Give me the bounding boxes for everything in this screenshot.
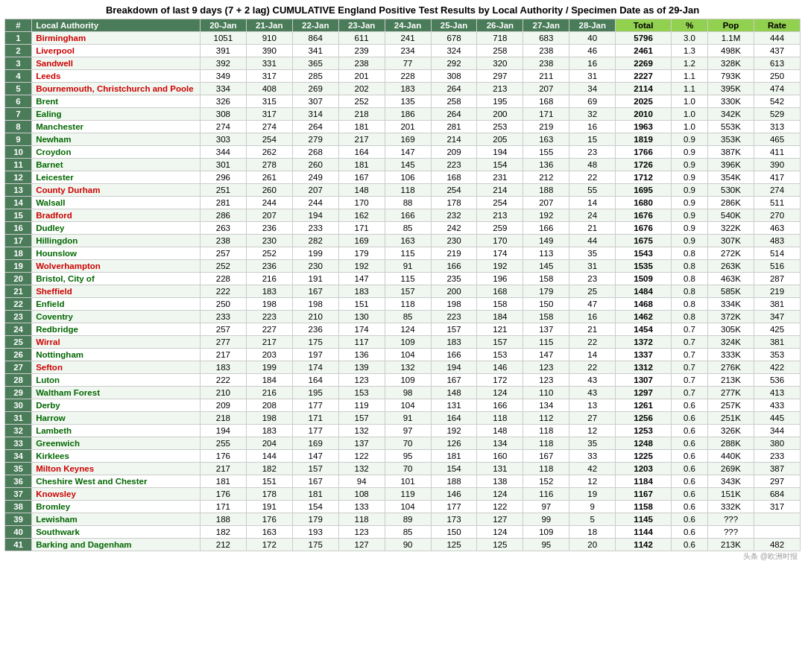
d25-cell: 192 — [431, 425, 477, 437]
table-row: 17Hillingdon2382302821691632301701494416… — [5, 235, 801, 247]
la-name-cell: Lewisham — [32, 513, 201, 526]
d27-cell: 97 — [523, 501, 569, 513]
pct-cell: 0.7 — [672, 323, 708, 336]
total-cell: 2025 — [616, 95, 672, 108]
pop-cell: 213K — [708, 539, 754, 551]
d26-cell: 166 — [477, 399, 523, 412]
pct-cell: 0.6 — [672, 463, 708, 475]
rate-cell: 511 — [754, 197, 800, 209]
d20-cell: 222 — [200, 374, 246, 387]
col-d20: 20-Jan — [200, 19, 246, 32]
rate-cell: 387 — [754, 463, 800, 475]
d25-cell: 166 — [431, 349, 477, 361]
total-cell: 2461 — [616, 45, 672, 57]
pct-cell: 0.8 — [672, 311, 708, 323]
d23-cell: 147 — [338, 273, 385, 285]
la-name-cell: Birmingham — [32, 32, 201, 45]
pop-cell: ??? — [708, 513, 754, 526]
d20-cell: 334 — [200, 83, 246, 95]
d20-cell: 344 — [200, 146, 246, 159]
rank-cell: 37 — [5, 488, 32, 501]
d24-cell: 89 — [385, 513, 431, 526]
d20-cell: 308 — [200, 108, 246, 121]
d24-cell: 97 — [385, 425, 431, 437]
table-row: 8Manchester27427426418120128125321916196… — [5, 121, 801, 133]
d27-cell: 115 — [523, 336, 569, 349]
pct-cell: 0.9 — [672, 222, 708, 235]
d28-cell: 22 — [569, 336, 616, 349]
d24-cell: 101 — [385, 475, 431, 488]
total-cell: 1819 — [616, 133, 672, 146]
d28-cell: 20 — [569, 539, 616, 551]
rank-cell: 26 — [5, 349, 32, 361]
d27-cell: 158 — [523, 311, 569, 323]
pop-cell: 305K — [708, 323, 754, 336]
d24-cell: 166 — [385, 209, 431, 222]
d22-cell: 164 — [292, 374, 338, 387]
d28-cell: 34 — [569, 83, 616, 95]
d23-cell: 151 — [338, 298, 385, 311]
d23-cell: 170 — [338, 197, 385, 209]
la-name-cell: Bournemouth, Christchurch and Poole — [32, 83, 201, 95]
d20-cell: 301 — [200, 159, 246, 171]
d25-cell: 198 — [431, 298, 477, 311]
d24-cell: 91 — [385, 260, 431, 273]
la-name-cell: Harrow — [32, 412, 201, 425]
d28-cell: 33 — [569, 450, 616, 463]
la-name-cell: Coventry — [32, 311, 201, 323]
la-name-cell: Cheshire West and Chester — [32, 475, 201, 488]
la-name-cell: Milton Keynes — [32, 463, 201, 475]
d23-cell: 94 — [338, 475, 385, 488]
d28-cell: 22 — [569, 171, 616, 184]
la-name-cell: Nottingham — [32, 349, 201, 361]
d23-cell: 238 — [338, 57, 385, 70]
d25-cell: 183 — [431, 336, 477, 349]
d24-cell: 115 — [385, 247, 431, 260]
la-name-cell: Ealing — [32, 108, 201, 121]
total-cell: 2227 — [616, 70, 672, 83]
total-cell: 1256 — [616, 412, 672, 425]
table-row: 6Brent3263153072521352581951686920251.03… — [5, 95, 801, 108]
table-row: 29Waltham Forest210216195153981481241104… — [5, 387, 801, 399]
d27-cell: 188 — [523, 184, 569, 197]
rate-cell: 413 — [754, 387, 800, 399]
d26-cell: 205 — [477, 133, 523, 146]
d24-cell: 119 — [385, 488, 431, 501]
d27-cell: 137 — [523, 323, 569, 336]
d20-cell: 212 — [200, 539, 246, 551]
rank-cell: 29 — [5, 387, 32, 399]
d24-cell: 183 — [385, 83, 431, 95]
d26-cell: 259 — [477, 222, 523, 235]
d22-cell: 269 — [292, 83, 338, 95]
d20-cell: 257 — [200, 247, 246, 260]
d26-cell: 184 — [477, 311, 523, 323]
pop-cell: 332K — [708, 501, 754, 513]
la-name-cell: Brent — [32, 95, 201, 108]
d23-cell: 117 — [338, 336, 385, 349]
d24-cell: 85 — [385, 526, 431, 539]
d25-cell: 157 — [431, 323, 477, 336]
total-cell: 1675 — [616, 235, 672, 247]
la-name-cell: Waltham Forest — [32, 387, 201, 399]
d21-cell: 390 — [246, 45, 292, 57]
d23-cell: 118 — [338, 513, 385, 526]
pct-cell: 1.0 — [672, 108, 708, 121]
d20-cell: 257 — [200, 323, 246, 336]
table-row: 32Lambeth194183177132971921481181212530.… — [5, 425, 801, 437]
pct-cell: 0.7 — [672, 387, 708, 399]
d22-cell: 282 — [292, 235, 338, 247]
total-cell: 1312 — [616, 361, 672, 374]
d20-cell: 326 — [200, 95, 246, 108]
d24-cell: 145 — [385, 159, 431, 171]
la-name-cell: Walsall — [32, 197, 201, 209]
d24-cell: 163 — [385, 235, 431, 247]
d21-cell: 274 — [246, 121, 292, 133]
col-d22: 22-Jan — [292, 19, 338, 32]
d20-cell: 255 — [200, 437, 246, 450]
col-rate: Rate — [754, 19, 800, 32]
d24-cell: 104 — [385, 349, 431, 361]
rate-cell: 250 — [754, 70, 800, 83]
rank-cell: 34 — [5, 450, 32, 463]
table-row: 35Milton Keynes2171821571327015413111842… — [5, 463, 801, 475]
d28-cell: 14 — [569, 349, 616, 361]
